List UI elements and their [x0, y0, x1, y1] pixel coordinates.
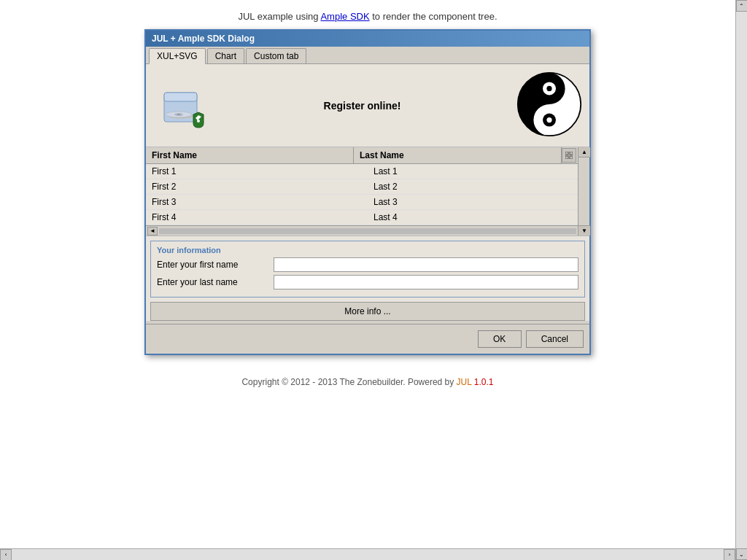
svg-point-6 — [197, 120, 200, 122]
yin-yang-symbol — [516, 71, 582, 139]
page-content: JUL example using Ample SDK to render th… — [0, 0, 735, 548]
data-table: First Name Last Name — [146, 147, 589, 236]
scroll-right-arrow[interactable]: › — [724, 549, 735, 561]
table-header: First Name Last Name — [146, 147, 589, 164]
table-row[interactable]: First 3 Last 3 — [146, 195, 589, 210]
table-body-wrapper: First 1 Last 1 First 2 Last 2 First 3 La… — [146, 164, 589, 225]
first-name-input[interactable] — [274, 257, 578, 272]
svg-rect-16 — [570, 156, 573, 159]
cell-first-3: First 3 — [146, 195, 368, 209]
copyright-before: Copyright © 2012 - 2013 The Zonebuilder.… — [241, 377, 456, 387]
more-info-button[interactable]: More info ... — [150, 302, 585, 321]
dialog-titlebar: JUL + Ample SDK Dialog — [146, 31, 589, 47]
dialog-body: Register online! — [146, 64, 589, 321]
dialog: JUL + Ample SDK Dialog XUL+SVG Chart Cus… — [144, 29, 591, 355]
header-after: to render the component tree. — [370, 11, 498, 22]
cell-first-4: First 4 — [146, 210, 368, 225]
cancel-button[interactable]: Cancel — [526, 330, 584, 348]
register-text: Register online! — [208, 100, 516, 112]
table-scroll-down[interactable]: ▼ — [578, 225, 590, 236]
table-row[interactable]: First 2 Last 2 — [146, 179, 589, 195]
tab-xul-svg[interactable]: XUL+SVG — [149, 48, 206, 64]
cell-last-2: Last 2 — [368, 179, 589, 194]
svg-rect-13 — [565, 152, 568, 155]
svg-rect-14 — [570, 152, 573, 155]
svg-rect-1 — [164, 93, 197, 101]
first-name-label: Enter your first name — [157, 260, 274, 270]
svg-point-5 — [177, 114, 180, 115]
header-before: JUL example using — [238, 11, 320, 22]
table-scrollbar-horizontal[interactable]: ◄ ► — [146, 225, 589, 236]
svg-rect-15 — [565, 156, 568, 159]
your-info-legend: Your information — [157, 246, 578, 254]
last-name-row: Enter your last name — [157, 275, 578, 289]
scroll-up-arrow[interactable]: ⌃ — [736, 0, 748, 12]
software-image — [153, 78, 208, 133]
table-rows-container: First 1 Last 1 First 2 Last 2 First 3 La… — [146, 164, 589, 225]
expand-button[interactable] — [562, 148, 576, 163]
cell-last-4: Last 4 — [368, 210, 589, 225]
cell-last-1: Last 1 — [368, 164, 589, 179]
copyright-text: Copyright © 2012 - 2013 The Zonebuilder.… — [0, 377, 735, 387]
your-information-section: Your information Enter your first name E… — [150, 241, 585, 298]
ample-sdk-link[interactable]: Ample SDK — [320, 11, 369, 22]
ok-button[interactable]: OK — [478, 330, 522, 348]
dialog-title: JUL + Ample SDK Dialog — [152, 34, 255, 44]
table-scroll-track — [159, 228, 576, 234]
svg-point-10 — [546, 86, 551, 91]
svg-point-11 — [546, 117, 551, 122]
tab-custom[interactable]: Custom tab — [246, 48, 306, 63]
version-link[interactable]: 1.0.1 — [474, 377, 494, 387]
cell-first-2: First 2 — [146, 179, 368, 194]
scrollbar-bottom[interactable]: ‹ › — [0, 548, 735, 560]
scroll-down-arrow[interactable]: ⌄ — [736, 548, 748, 560]
table-row[interactable]: First 4 Last 4 — [146, 210, 589, 225]
last-name-input[interactable] — [274, 275, 578, 289]
last-name-label: Enter your last name — [157, 277, 274, 287]
dialog-tabs: XUL+SVG Chart Custom tab — [146, 47, 589, 64]
table-scrollbar-vertical[interactable]: ▲ ▼ — [578, 147, 589, 236]
header-text: JUL example using Ample SDK to render th… — [0, 0, 735, 29]
table-scroll-left[interactable]: ◄ — [147, 227, 158, 236]
scroll-left-arrow[interactable]: ‹ — [0, 549, 12, 561]
col-first-name: First Name — [146, 147, 354, 163]
table-row[interactable]: First 1 Last 1 — [146, 164, 589, 179]
cell-first-1: First 1 — [146, 164, 368, 179]
dialog-footer: OK Cancel — [146, 324, 589, 354]
scrollbar-right[interactable]: ⌃ ⌄ — [735, 0, 747, 560]
dialog-top-section: Register online! — [146, 64, 589, 147]
jul-link[interactable]: JUL — [457, 377, 472, 387]
col-last-name: Last Name — [354, 147, 562, 163]
first-name-row: Enter your first name — [157, 257, 578, 272]
table-scroll-up[interactable]: ▲ — [578, 147, 590, 158]
tab-chart[interactable]: Chart — [207, 48, 244, 63]
cell-last-3: Last 3 — [368, 195, 589, 209]
